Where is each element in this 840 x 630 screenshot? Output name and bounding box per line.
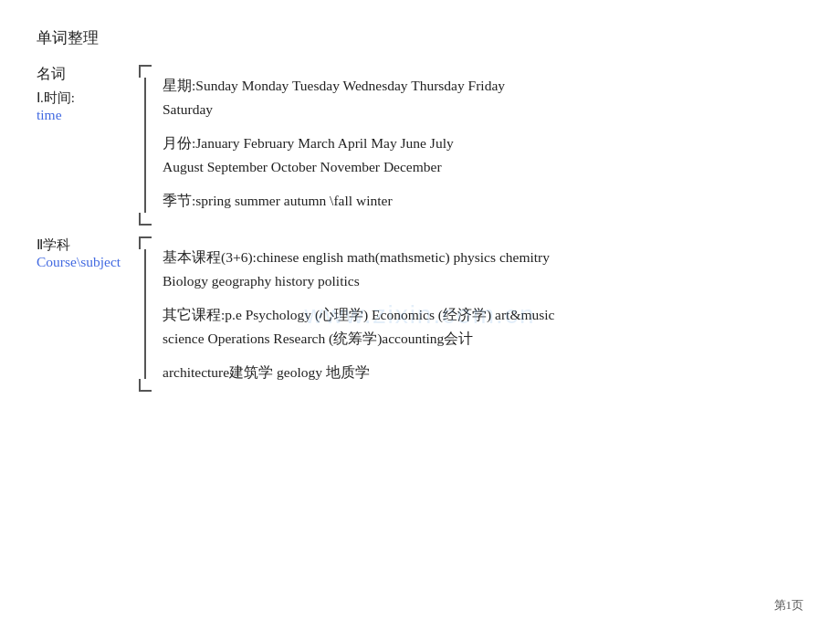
page-title: 单词整理 <box>37 27 803 48</box>
other-courses-row: 其它课程:p.e Psychology (心理学) Economics (经济学… <box>163 298 803 355</box>
months-row: 月份:January February March April May June… <box>163 126 803 184</box>
days-label: 星期: <box>163 78 195 93</box>
subject-section: Ⅱ学科 Course\subject 基本课程(3+6):chinese eng… <box>37 236 803 392</box>
subject-left-label: Ⅱ学科 Course\subject <box>37 236 137 270</box>
bracket-top <box>139 65 152 78</box>
days-row: 星期:Sunday Monday Tuesday Wednesday Thurs… <box>163 68 803 126</box>
other-label: 其它课程: <box>163 307 225 322</box>
noun-section: 名词 Ⅰ.时间: time 星期:Sunday Monday Tuesday W… <box>37 65 803 226</box>
months-content: January February March April May June Ju… <box>195 135 453 151</box>
noun-bracket <box>137 65 153 226</box>
other-courses3-row: architecture建筑学 geology 地质学 <box>163 355 803 388</box>
noun-left-label: 名词 Ⅰ.时间: time <box>37 65 137 123</box>
months-label: 月份: <box>163 135 195 151</box>
seasons-row: 季节:spring summer autumn \fall winter <box>163 184 803 222</box>
subject-bracket-bottom <box>139 379 152 392</box>
seasons-content: spring summer autumn \fall winter <box>195 193 392 208</box>
noun-right-content: 星期:Sunday Monday Tuesday Wednesday Thurs… <box>137 65 803 226</box>
other-courses: p.e Psychology (心理学) Economics (经济学) art… <box>225 307 554 322</box>
subject-bracket-top <box>139 236 152 249</box>
roman-subject-label: Ⅱ学科 <box>37 236 137 254</box>
noun-bracket-content: 星期:Sunday Monday Tuesday Wednesday Thurs… <box>163 65 803 226</box>
bracket-middle <box>144 78 146 213</box>
months-content2: August September October November Decemb… <box>163 159 442 174</box>
noun-label: 名词 <box>37 65 137 84</box>
subject-blue-label: Course\subject <box>37 254 137 270</box>
subject-right-content: 基本课程(3+6):chinese english math(mathsmeti… <box>137 236 803 392</box>
subject-bracket <box>137 236 153 392</box>
basic-courses2: Biology geography history politics <box>163 273 360 289</box>
roman-time-label: Ⅰ.时间: <box>37 89 137 107</box>
other-courses2: science Operations Research (统筹学)account… <box>163 331 473 346</box>
seasons-label: 季节: <box>163 193 195 208</box>
subject-bracket-content: 基本课程(3+6):chinese english math(mathsmeti… <box>163 236 803 392</box>
days-content: Sunday Monday Tuesday Wednesday Thursday… <box>195 78 505 93</box>
page-number: 第1页 <box>774 597 804 614</box>
basic-label: 基本课程(3+6): <box>163 249 257 265</box>
basic-courses-row: 基本课程(3+6):chinese english math(mathsmeti… <box>163 240 803 298</box>
basic-courses: chinese english math(mathsmetic) physics… <box>257 249 550 265</box>
other-courses3: architecture建筑学 geology 地质学 <box>163 364 370 380</box>
bracket-bottom <box>139 213 152 226</box>
time-label: time <box>37 107 137 123</box>
saturday-label: Saturday <box>163 101 213 117</box>
subject-bracket-middle <box>144 249 146 379</box>
